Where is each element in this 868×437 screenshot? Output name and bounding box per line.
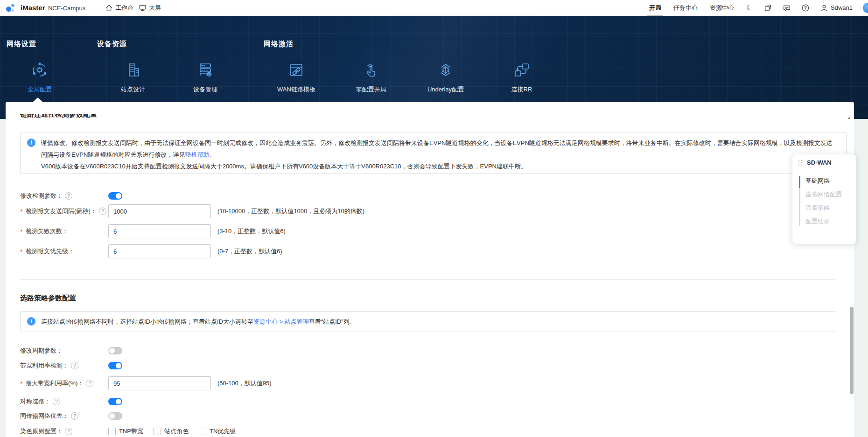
same-transport-priority-toggle[interactable] bbox=[108, 412, 122, 420]
divider bbox=[87, 49, 87, 93]
notice-text: 连接站点的传输网络不同时，选择站点ID小的传输网络；查看站点ID大小请转至 bbox=[41, 318, 253, 325]
menu-item-label: WAN链路模板 bbox=[277, 85, 315, 94]
field-label: 对称选路： bbox=[20, 397, 50, 406]
notice-detection-params: 谨慎修改。修改检测报文发送间隔时，由于无法保证全网设备同一时刻完成修改，因此会造… bbox=[20, 132, 847, 173]
notice-route-policy: 连接站点的传输网络不同时，选择站点ID小的传输网络；查看站点ID大小请转至资源中… bbox=[20, 311, 836, 332]
home-icon bbox=[105, 4, 113, 12]
field-hint: (0-7，正整数，默认值6) bbox=[217, 247, 282, 256]
nav-task-center[interactable]: 任务中心 bbox=[672, 0, 699, 16]
help-icon[interactable] bbox=[71, 412, 78, 420]
field-label: 检测报文优先级： bbox=[26, 247, 74, 256]
notice-text: 谨慎修改。修改检测报文发送间隔时，由于无法保证全网设备同一时刻完成修改，因此会造… bbox=[41, 139, 833, 158]
step-config-result[interactable]: 配置结果 bbox=[799, 215, 856, 228]
clipped-section-title-wrap: 链路连通性检测参数配置 bbox=[20, 114, 97, 121]
symmetric-routing-toggle[interactable] bbox=[108, 398, 122, 405]
notice-text: 查看“站点ID”列。 bbox=[309, 318, 356, 325]
checkbox-box[interactable] bbox=[199, 428, 206, 435]
menu-item-label: 设备管理 bbox=[193, 85, 217, 94]
group-title-device-resources: 设备资源 bbox=[97, 40, 127, 49]
nav-workbench[interactable]: 工作台 bbox=[105, 4, 133, 12]
nav-bigscreen[interactable]: 大屏 bbox=[138, 4, 161, 12]
nav-resource-center[interactable]: 资源中心 bbox=[709, 0, 735, 16]
form-row-send-interval: *检测报文发送间隔(毫秒)： (10-10000，正整数，默认值1000，且必须… bbox=[20, 204, 843, 219]
field-label: 带宽利用率检测： bbox=[20, 361, 69, 370]
form-row-max-bandwidth: *最大带宽利用率(%)： (50-100，默认值95) bbox=[20, 376, 843, 391]
checkbox-label: TN优先级 bbox=[210, 427, 236, 436]
menu-item-global-config[interactable]: 全局配置 bbox=[12, 60, 68, 94]
menu-item-device-management[interactable]: 设备管理 bbox=[177, 60, 233, 94]
help-icon[interactable] bbox=[71, 362, 78, 369]
help-icon[interactable] bbox=[65, 192, 72, 200]
fail-count-input[interactable] bbox=[108, 224, 211, 238]
app-window: iMaster NCE-Campus 工作台 大屏 开局 任务中心 资源中心 ☾ bbox=[0, 0, 868, 437]
message-icon[interactable] bbox=[783, 4, 791, 12]
notice-text-v600: V600版本设备在V600R023C10开始支持配置检测报文发送间隔大于2000… bbox=[41, 163, 527, 170]
site-management-link[interactable]: 资源中心 > 站点管理 bbox=[253, 318, 309, 325]
field-label: 修改周期参数： bbox=[20, 347, 63, 355]
top-bar: iMaster NCE-Campus 工作台 大屏 开局 任务中心 资源中心 ☾ bbox=[0, 0, 868, 16]
online-help-link[interactable]: 联机帮助 bbox=[185, 151, 209, 158]
menu-item-site-design[interactable]: 站点设计 bbox=[105, 60, 161, 94]
form-row-coloring-principle: 染色原则配置： TNP带宽 站点角色 TN优先级 bbox=[20, 424, 843, 437]
step-virtual-network[interactable]: 虚拟网络配置 bbox=[799, 187, 856, 201]
zero-touch-icon bbox=[361, 60, 381, 80]
help-icon[interactable] bbox=[801, 4, 810, 12]
field-label: 同传输网络优先： bbox=[20, 412, 69, 420]
modify-detection-toggle[interactable] bbox=[108, 192, 122, 200]
help-icon[interactable] bbox=[65, 428, 72, 435]
menu-item-label: 零配置开局 bbox=[356, 85, 386, 94]
modify-period-toggle[interactable] bbox=[108, 347, 122, 354]
checkbox-label: TNP带宽 bbox=[119, 427, 143, 436]
step-basic-network[interactable]: 基础网络 bbox=[799, 174, 856, 187]
form-row-modify-period: 修改周期参数： bbox=[20, 343, 843, 358]
collapse-band-icon[interactable] bbox=[848, 115, 850, 120]
username: Sdwan1 bbox=[831, 4, 853, 11]
group-title-network-activation: 网络激活 bbox=[264, 40, 294, 49]
checkbox-box[interactable] bbox=[108, 428, 116, 435]
menu-item-wan-link-template[interactable]: WAN链路模板 bbox=[268, 60, 324, 94]
form-row-packet-priority: *检测报文优先级： (0-7，正整数，默认值6) bbox=[20, 244, 843, 259]
menu-item-label: 站点设计 bbox=[121, 85, 145, 94]
form-row-bandwidth-detection: 带宽利用率检测： bbox=[20, 358, 843, 373]
panel-step-list: 基础网络 虚拟网络配置 流量策略 配置结果 bbox=[799, 174, 856, 228]
section-title-route-policy: 选路策略参数配置 bbox=[20, 294, 76, 303]
connect-rr-icon bbox=[512, 60, 532, 80]
help-icon[interactable] bbox=[99, 208, 106, 215]
nav-provision[interactable]: 开局 bbox=[648, 0, 662, 16]
checkbox-site-role[interactable]: 站点角色 bbox=[154, 427, 189, 436]
send-interval-input[interactable] bbox=[108, 204, 211, 218]
panel-title: SD-WAN bbox=[807, 159, 832, 166]
vertical-scrollbar-thumb[interactable] bbox=[850, 307, 854, 394]
underlay-config-icon bbox=[436, 60, 455, 80]
window-switch-icon[interactable] bbox=[764, 4, 772, 12]
brand-primary: iMaster bbox=[21, 4, 45, 12]
help-icon[interactable] bbox=[86, 380, 93, 387]
form-row-fail-count: *检测失败次数： (3-10，正整数，默认值6) bbox=[20, 224, 843, 239]
info-icon bbox=[27, 317, 35, 326]
checkbox-box[interactable] bbox=[154, 428, 161, 435]
brand-secondary: NCE-Campus bbox=[48, 5, 85, 12]
main-content-panel: 链路连通性检测参数配置 谨慎修改。修改检测报文发送间隔时，由于无法保证全网设备同… bbox=[6, 102, 854, 437]
menu-item-label: Underlay配置 bbox=[427, 85, 464, 94]
checkbox-tnp-bandwidth[interactable]: TNP带宽 bbox=[108, 427, 143, 436]
nav-workbench-label: 工作台 bbox=[115, 4, 133, 12]
active-tab-pointer bbox=[33, 97, 43, 102]
field-label: 检测报文发送间隔(毫秒)： bbox=[26, 207, 97, 215]
menu-item-label: 全局配置 bbox=[28, 85, 52, 94]
field-label: 染色原则配置： bbox=[20, 427, 63, 436]
menu-item-connect-rr[interactable]: 连接RR bbox=[494, 60, 550, 94]
menu-item-underlay-config[interactable]: Underlay配置 bbox=[418, 60, 474, 94]
help-icon[interactable] bbox=[53, 398, 60, 405]
packet-priority-input[interactable] bbox=[108, 244, 211, 258]
step-traffic-policy[interactable]: 流量策略 bbox=[799, 201, 856, 215]
max-bandwidth-input[interactable] bbox=[108, 376, 211, 390]
user-menu[interactable]: Sdwan1 bbox=[820, 4, 853, 12]
dark-mode-icon[interactable]: ☾ bbox=[744, 2, 755, 13]
menu-item-zero-touch[interactable]: 零配置开局 bbox=[343, 60, 399, 94]
checkbox-tn-priority[interactable]: TN优先级 bbox=[199, 427, 236, 436]
section-title-link-detection: 链路连通性检测参数配置 bbox=[20, 114, 97, 119]
avatar[interactable] bbox=[863, 3, 868, 13]
sdwan-floating-panel: SD-WAN 基础网络 虚拟网络配置 流量策略 配置结果 bbox=[792, 154, 856, 244]
drag-handle-icon[interactable] bbox=[798, 160, 802, 166]
bandwidth-detection-toggle[interactable] bbox=[108, 362, 122, 369]
